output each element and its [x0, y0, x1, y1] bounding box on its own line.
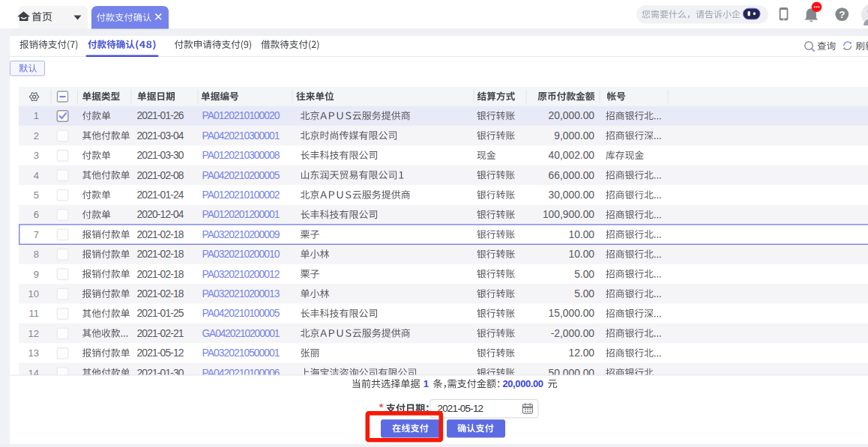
- svg-text:2021-01-26: 2021-01-26: [137, 110, 184, 121]
- svg-text:10: 10: [28, 288, 39, 299]
- svg-text:13: 13: [28, 347, 39, 359]
- svg-text:20,000.00: 20,000.00: [549, 110, 595, 121]
- svg-text:2021-05-12: 2021-05-12: [137, 347, 184, 359]
- svg-text:2020-12-04: 2020-12-04: [137, 209, 184, 220]
- svg-text:2021-01-25: 2021-01-25: [137, 308, 184, 319]
- svg-text:5.00: 5.00: [574, 269, 594, 280]
- svg-text:20,000.00: 20,000.00: [503, 378, 544, 389]
- svg-text:9,000.00: 9,000.00: [554, 130, 594, 142]
- svg-text:100,900.00: 100,900.00: [543, 209, 594, 220]
- svg-text:PA0120210100020: PA0120210100020: [202, 110, 280, 121]
- svg-text:6: 6: [34, 209, 39, 220]
- svg-text:40,002.00: 40,002.00: [549, 150, 595, 161]
- svg-text:4: 4: [34, 170, 39, 181]
- svg-text:15,000.00: 15,000.00: [549, 308, 595, 319]
- svg-text:2021-01-24: 2021-01-24: [137, 189, 184, 201]
- svg-text:PA0320210500001: PA0320210500001: [202, 347, 280, 359]
- svg-text:2021-02-21: 2021-02-21: [137, 328, 184, 339]
- svg-text:PA0420210300001: PA0420210300001: [202, 130, 280, 142]
- svg-text:1: 1: [424, 378, 429, 389]
- svg-text:2021-02-18: 2021-02-18: [137, 229, 184, 240]
- svg-text:11: 11: [29, 308, 40, 319]
- svg-text:66,000.00: 66,000.00: [549, 170, 595, 181]
- svg-text:7: 7: [34, 229, 39, 240]
- svg-text:-2,000.00: -2,000.00: [551, 328, 595, 339]
- svg-text:PA0420210200005: PA0420210200005: [202, 170, 280, 181]
- svg-text:5.00: 5.00: [574, 288, 594, 299]
- svg-text:12: 12: [28, 328, 39, 339]
- svg-text:10.00: 10.00: [568, 229, 594, 240]
- svg-text:PA0320210200010: PA0320210200010: [202, 249, 280, 260]
- svg-text:30,000.00: 30,000.00: [549, 189, 595, 201]
- svg-text:2021-02-18: 2021-02-18: [137, 269, 184, 280]
- svg-text:9: 9: [34, 269, 39, 280]
- svg-text:3: 3: [34, 150, 39, 161]
- svg-text:12.00: 12.00: [568, 347, 594, 359]
- svg-text:PA0120201200001: PA0120201200001: [202, 209, 280, 220]
- svg-text:PA0320210200013: PA0320210200013: [202, 288, 280, 299]
- svg-text:PA0320210200009: PA0320210200009: [202, 229, 280, 240]
- svg-text:PA0120210300008: PA0120210300008: [202, 150, 280, 161]
- svg-text:10.00: 10.00: [568, 249, 594, 260]
- svg-text:2021-03-30: 2021-03-30: [137, 150, 184, 161]
- svg-text:PA0420210100005: PA0420210100005: [202, 308, 280, 319]
- svg-text:5: 5: [34, 189, 39, 201]
- svg-text:2021-05-12: 2021-05-12: [438, 403, 484, 414]
- svg-text:GA0420210200001: GA0420210200001: [202, 328, 280, 339]
- svg-text:PA0320210200012: PA0320210200012: [202, 269, 280, 280]
- svg-text:8: 8: [34, 249, 39, 260]
- svg-text:2021-03-04: 2021-03-04: [137, 130, 184, 142]
- svg-text:2021-02-08: 2021-02-08: [137, 170, 184, 181]
- svg-text:2021-02-18: 2021-02-18: [137, 249, 184, 260]
- svg-text:PA0120210100002: PA0120210100002: [202, 189, 280, 201]
- svg-text:2021-02-18: 2021-02-18: [137, 288, 184, 299]
- svg-text:1: 1: [34, 110, 39, 121]
- svg-text:?: ?: [839, 9, 845, 20]
- svg-text:2: 2: [34, 130, 39, 142]
